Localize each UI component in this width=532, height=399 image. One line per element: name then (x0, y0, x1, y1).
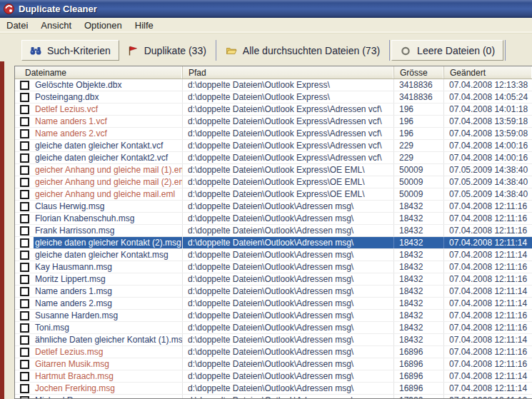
table-row[interactable]: Name anders 1.vcf d:\doppelte Dateien\Ou… (15, 116, 532, 128)
table-row[interactable]: Gelöschte Objekte.dbx d:\doppelte Dateie… (15, 79, 532, 91)
table-header: Dateiname Pfad Grösse Geändert (15, 66, 532, 79)
table-row[interactable]: Toni.msg d:\doppelte Dateien\Outlook\Adr… (15, 322, 532, 334)
table-row[interactable]: Name anders 2.vcf d:\doppelte Dateien\Ou… (15, 128, 532, 140)
filename-cell: Name anders 2.vcf (15, 128, 183, 139)
path-cell: d:\doppelte Dateien\Outlook Express\Adre… (183, 140, 394, 151)
table-row[interactable]: Jochen Frerking.msg d:\doppelte Dateien\… (15, 383, 532, 395)
row-checkbox[interactable] (20, 263, 29, 272)
filename-text: Moritz Lippert.msg (34, 273, 182, 285)
row-checkbox[interactable] (20, 323, 29, 333)
tab-separator (216, 40, 216, 61)
size-cell: 50009 (394, 188, 444, 200)
row-checkbox[interactable] (20, 214, 29, 223)
row-checkbox[interactable] (20, 190, 29, 199)
menu-hilfe[interactable]: Hilfe (129, 18, 160, 33)
table-row[interactable]: Kay Hausmann.msg d:\doppelte Dateien\Out… (15, 261, 532, 273)
table-row[interactable]: Posteingang.dbx d:\doppelte Dateien\Outl… (15, 91, 532, 103)
filename-text: Detlef Lezius.msg (34, 346, 182, 358)
filename-text: Kay Hausmann.msg (34, 261, 182, 273)
table-row[interactable]: gleiche daten gleicher Kontakt2.vcf d:\d… (15, 152, 532, 164)
filename-cell: Detlef Lezius.msg (15, 346, 183, 358)
row-checkbox[interactable] (20, 238, 29, 248)
table-row[interactable]: Susanne Harden.msg d:\doppelte Dateien\O… (15, 310, 532, 322)
table-row[interactable]: Moritz Lippert.msg d:\doppelte Dateien\O… (15, 273, 532, 286)
row-checkbox[interactable] (20, 153, 29, 163)
filename-cell: Toni.msg (15, 322, 183, 333)
modified-cell: 07.04.2008 12:11:16 (444, 346, 532, 358)
filename-cell: Name anders 1.msg (15, 286, 183, 297)
size-cell: 18432 (394, 286, 444, 297)
row-checkbox[interactable] (20, 105, 29, 114)
modified-cell: 07.04.2008 14:00:16 (444, 140, 532, 151)
size-cell: 196 (394, 103, 444, 115)
table-row[interactable]: ähnliche Daten gleicher Kontakt (1).msg … (15, 334, 532, 346)
size-cell: 17920 (394, 395, 444, 398)
title-bar[interactable]: Duplicate Cleaner (0, 0, 532, 18)
modified-cell: 07.04.2008 12:11:16 (444, 213, 532, 224)
row-checkbox[interactable] (20, 251, 29, 260)
table-row[interactable]: geicher Anhang und gleiche mail (2).eml … (15, 176, 532, 188)
table-row[interactable]: Claus Herwig.msg d:\doppelte Dateien\Out… (15, 201, 532, 213)
table-row[interactable]: Frank Harrisson.msg d:\doppelte Dateien\… (15, 225, 532, 237)
row-checkbox[interactable] (20, 226, 29, 236)
app-window: Duplicate Cleaner Datei Ansicht Optionen… (0, 0, 532, 399)
row-checkbox[interactable] (20, 202, 29, 211)
tab-leere-dateien[interactable]: Leere Dateien (0) (391, 40, 503, 61)
path-cell: d:\doppelte Dateien\Outlook Express\Adre… (183, 152, 394, 163)
table-row[interactable]: Hartmut Braach.msg d:\doppelte Dateien\O… (15, 370, 532, 383)
table-row[interactable]: geicher Anhang und gleiche mail (1).eml … (15, 164, 532, 176)
row-checkbox[interactable] (20, 166, 29, 175)
path-cell: d:\doppelte Dateien\Outlook Express\Adre… (183, 116, 394, 127)
row-checkbox[interactable] (20, 372, 29, 381)
row-checkbox[interactable] (20, 396, 29, 399)
row-checkbox[interactable] (20, 81, 29, 90)
table-row[interactable]: Name anders 2.msg d:\doppelte Dateien\Ou… (15, 298, 532, 310)
table-row[interactable]: gleiche daten gleicher Kontakt.msg d:\do… (15, 249, 532, 261)
table-row[interactable]: Detlef Lezius.msg d:\doppelte Dateien\Ou… (15, 346, 532, 358)
table-row[interactable]: Name anders 1.msg d:\doppelte Dateien\Ou… (15, 286, 532, 298)
row-checkbox[interactable] (20, 141, 29, 151)
size-cell: 18432 (394, 322, 444, 333)
tab-duplikate[interactable]: Duplikate (33) (119, 40, 214, 61)
row-checkbox[interactable] (20, 178, 29, 187)
table-row[interactable]: Gitarren Musik.msg d:\doppelte Dateien\O… (15, 358, 532, 370)
modified-cell: 07.04.2008 14:05:24 (444, 91, 532, 103)
table-row[interactable]: Michael Rosse.msg d:\doppelte Dateien\Ou… (15, 395, 532, 398)
path-cell: d:\doppelte Dateien\Outlook Express\OE E… (183, 164, 394, 176)
row-checkbox[interactable] (20, 311, 29, 320)
row-checkbox[interactable] (20, 299, 29, 308)
filename-cell: Name anders 2.msg (15, 298, 183, 309)
menu-datei[interactable]: Datei (0, 18, 34, 33)
row-checkbox[interactable] (20, 117, 29, 126)
table-body: Gelöschte Objekte.dbx d:\doppelte Dateie… (15, 79, 532, 398)
column-header-pfad[interactable]: Pfad (183, 66, 394, 79)
table-row[interactable]: Detlef Lezius.vcf d:\doppelte Dateien\Ou… (15, 103, 532, 116)
row-checkbox[interactable] (20, 384, 29, 393)
table-row[interactable]: gleiche daten gleicher Kontakt.vcf d:\do… (15, 140, 532, 152)
tab-such-kriterien[interactable]: Such-Kriterien (21, 40, 119, 61)
size-cell: 18432 (394, 225, 444, 236)
table-row[interactable]: geicher Anhang und gleiche mail.eml d:\d… (15, 188, 532, 201)
tab-label: Such-Kriterien (47, 45, 111, 56)
tab-label: Alle durchsuchten Dateien (73) (243, 45, 380, 56)
tab-alle-durchsuchten-dateien[interactable]: Alle durchsuchten Dateien (73) (218, 40, 388, 61)
row-checkbox[interactable] (20, 129, 29, 138)
path-cell: d:\doppelte Dateien\Outlook\Adressen msg… (183, 383, 394, 394)
menu-ansicht[interactable]: Ansicht (34, 18, 78, 33)
row-checkbox[interactable] (20, 348, 29, 357)
row-checkbox[interactable] (20, 93, 29, 102)
row-checkbox[interactable] (20, 275, 29, 284)
table-row[interactable]: gleiche daten gleicher Kontakt (2).msg d… (15, 237, 532, 249)
row-checkbox[interactable] (20, 335, 29, 345)
column-header-groesse[interactable]: Grösse (394, 66, 444, 79)
column-header-dateiname[interactable]: Dateiname (15, 66, 183, 79)
size-cell: 229 (394, 140, 444, 151)
row-checkbox[interactable] (20, 287, 29, 296)
filename-text: Posteingang.dbx (34, 91, 182, 103)
menu-optionen[interactable]: Optionen (78, 18, 129, 33)
column-header-geaendert[interactable]: Geändert (444, 66, 532, 79)
modified-cell: 07.05.2009 14:38:40 (444, 176, 532, 188)
path-cell: d:\doppelte Dateien\Outlook\Adressen msg… (183, 322, 394, 333)
table-row[interactable]: Florian Knabenschuh.msg d:\doppelte Date… (15, 213, 532, 225)
row-checkbox[interactable] (20, 360, 29, 369)
